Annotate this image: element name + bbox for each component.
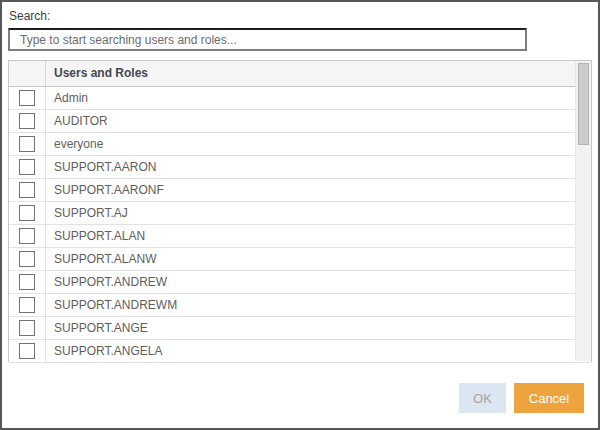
checkbox-cell: [9, 156, 45, 178]
user-row-label: SUPPORT.AARONF: [45, 179, 591, 201]
scrollbar-thumb[interactable]: [578, 63, 589, 145]
checkbox-cell: [9, 340, 45, 362]
row-checkbox[interactable]: [19, 297, 35, 313]
user-row-label: SUPPORT.ALANW: [45, 248, 591, 270]
row-checkbox[interactable]: [19, 228, 35, 244]
row-checkbox[interactable]: [19, 182, 35, 198]
user-row-label: SUPPORT.ANGELA: [45, 340, 591, 362]
user-row[interactable]: SUPPORT.ALAN: [9, 225, 591, 248]
select-users-dialog: Search: Users and Roles AdminAUDITORever…: [0, 0, 600, 430]
checkbox-cell: [9, 110, 45, 132]
checkbox-cell: [9, 248, 45, 270]
row-checkbox[interactable]: [19, 90, 35, 106]
checkbox-cell: [9, 179, 45, 201]
user-row[interactable]: SUPPORT.AARON: [9, 156, 591, 179]
row-checkbox[interactable]: [19, 136, 35, 152]
user-row[interactable]: SUPPORT.ANDREWM: [9, 294, 591, 317]
user-row[interactable]: SUPPORT.ALANW: [9, 248, 591, 271]
user-row[interactable]: Admin: [9, 87, 591, 110]
ok-button[interactable]: OK: [459, 383, 506, 413]
search-label: Search:: [9, 9, 50, 23]
table-header-row: Users and Roles: [9, 61, 591, 87]
user-list: AdminAUDITOReveryoneSUPPORT.AARONSUPPORT…: [9, 87, 591, 363]
checkbox-cell: [9, 225, 45, 247]
user-row-label: SUPPORT.AJ: [45, 202, 591, 224]
row-checkbox[interactable]: [19, 113, 35, 129]
user-row-label: SUPPORT.ALAN: [45, 225, 591, 247]
user-row[interactable]: AUDITOR: [9, 110, 591, 133]
user-row[interactable]: SUPPORT.AARONF: [9, 179, 591, 202]
row-checkbox[interactable]: [19, 274, 35, 290]
row-checkbox[interactable]: [19, 159, 35, 175]
user-row[interactable]: SUPPORT.ANDREW: [9, 271, 591, 294]
user-row-label: SUPPORT.ANDREW: [45, 271, 591, 293]
checkbox-cell: [9, 133, 45, 155]
row-checkbox[interactable]: [19, 251, 35, 267]
cancel-button[interactable]: Cancel: [514, 383, 584, 413]
vertical-scrollbar[interactable]: [575, 61, 591, 361]
row-checkbox[interactable]: [19, 320, 35, 336]
user-row[interactable]: SUPPORT.ANGELA: [9, 340, 591, 363]
row-checkbox[interactable]: [19, 205, 35, 221]
search-input[interactable]: [8, 28, 527, 51]
user-row-label: SUPPORT.ANDREWM: [45, 294, 591, 316]
user-row-label: SUPPORT.ANGE: [45, 317, 591, 339]
user-row-label: everyone: [45, 133, 591, 155]
user-row[interactable]: SUPPORT.AJ: [9, 202, 591, 225]
user-row-label: SUPPORT.AARON: [45, 156, 591, 178]
users-roles-table: Users and Roles AdminAUDITOReveryoneSUPP…: [8, 60, 592, 362]
user-row[interactable]: SUPPORT.ANGE: [9, 317, 591, 340]
checkbox-cell: [9, 87, 45, 109]
user-row-label: Admin: [45, 87, 591, 109]
user-row-label: AUDITOR: [45, 110, 591, 132]
row-checkbox[interactable]: [19, 343, 35, 359]
users-roles-column-header: Users and Roles: [45, 61, 591, 86]
user-row[interactable]: everyone: [9, 133, 591, 156]
checkbox-cell: [9, 271, 45, 293]
checkbox-cell: [9, 202, 45, 224]
checkbox-cell: [9, 317, 45, 339]
checkbox-cell: [9, 294, 45, 316]
checkbox-column-header: [9, 61, 45, 86]
